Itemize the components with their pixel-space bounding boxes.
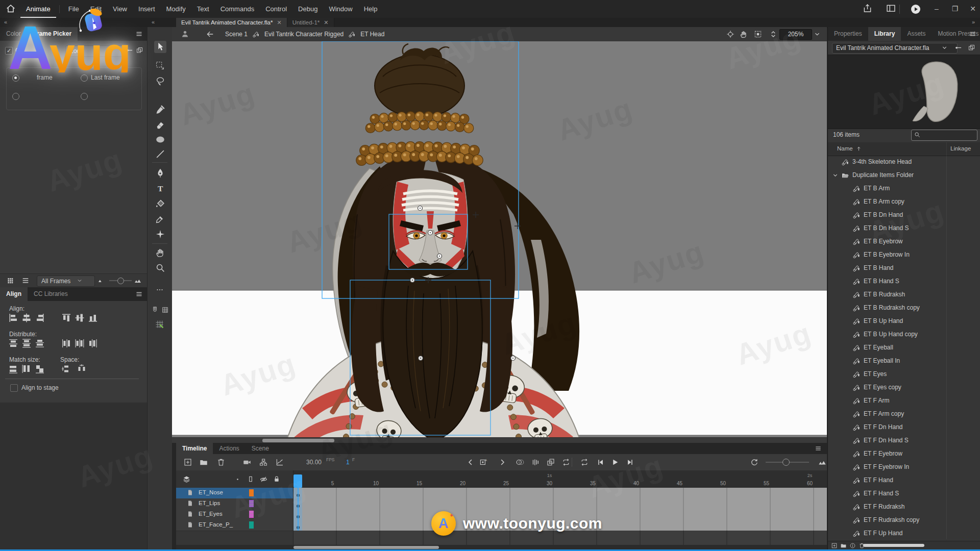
breadcrumb-item[interactable]: ET Head <box>360 31 384 38</box>
layer-parenting-button[interactable] <box>259 458 268 467</box>
first-frame-radio[interactable] <box>12 74 19 82</box>
library-item-row[interactable]: ET B Up Hand <box>828 315 980 328</box>
linkage-column-header[interactable]: Linkage <box>950 145 971 152</box>
fps-value[interactable]: 30.00 <box>306 459 322 466</box>
stage-viewport[interactable] <box>172 41 827 437</box>
step-forward-button[interactable] <box>626 458 635 467</box>
new-folder-button[interactable] <box>199 458 208 467</box>
hand-tool[interactable] <box>154 246 166 259</box>
document-tab[interactable]: Untitled-1*✕ <box>287 18 334 27</box>
last-frame-radio[interactable] <box>81 74 88 82</box>
paint-bucket-tool[interactable] <box>154 197 166 210</box>
library-item-row[interactable]: ET F Rudraksh copy <box>828 514 980 527</box>
sort-arrow-up-icon[interactable] <box>855 145 862 152</box>
rotation-tool-icon[interactable] <box>739 30 748 39</box>
delete-item-icon[interactable] <box>859 542 865 549</box>
onion-skin-button[interactable] <box>516 458 525 467</box>
library-item-row[interactable]: ET F Arm <box>828 394 980 408</box>
library-item-row[interactable]: ET B Rudraksh copy <box>828 302 980 315</box>
library-item-row[interactable]: ET F Dn Hand <box>828 421 980 434</box>
timeline-zoom-fit-button[interactable] <box>818 458 827 467</box>
loop-playback-button[interactable] <box>580 458 589 467</box>
oval-tool[interactable] <box>154 133 166 145</box>
new-library-panel-icon[interactable] <box>968 44 975 52</box>
align-top-button[interactable] <box>60 312 72 324</box>
playhead-marker[interactable] <box>293 474 302 488</box>
new-panel-icon[interactable] <box>136 46 143 54</box>
layer-color-chip[interactable] <box>249 521 254 529</box>
layer-highlight-dot-icon[interactable] <box>234 476 241 483</box>
thumbnail-large-icon[interactable] <box>134 277 142 285</box>
library-item-row[interactable]: ET B Hand S <box>828 275 980 288</box>
library-item-row[interactable]: ET F Eyebrow <box>828 447 980 461</box>
slider-knob[interactable] <box>117 278 124 284</box>
layer-frames-strip[interactable] <box>293 509 827 520</box>
align-bottom-button[interactable] <box>87 312 99 324</box>
back-arrow-icon[interactable] <box>206 30 215 39</box>
library-item-row[interactable]: ET B Arm copy <box>828 195 980 209</box>
collapse-toolbar-icon[interactable]: « <box>152 19 154 25</box>
snap-magnet-icon[interactable] <box>151 306 159 314</box>
minimize-button[interactable]: – <box>929 0 944 18</box>
tab-scene[interactable]: Scene <box>246 443 275 454</box>
play-button[interactable] <box>610 458 620 467</box>
layer-color-chip[interactable] <box>249 489 254 496</box>
scrollbar-thumb[interactable] <box>293 546 439 549</box>
text-tool[interactable]: T <box>154 182 166 194</box>
library-item-row[interactable]: ET B Up Hand copy <box>828 328 980 341</box>
zoom-level-input[interactable]: 205% <box>779 29 812 40</box>
visibility-column-icon[interactable] <box>259 475 268 484</box>
frames-filter-select[interactable]: All Frames <box>37 276 95 287</box>
layer-frames-strip[interactable] <box>293 520 827 531</box>
align-center-h-button[interactable] <box>20 312 33 324</box>
match-width-button[interactable] <box>7 363 19 375</box>
document-tab[interactable]: Evil Tantrik Animated Character.fla*✕ <box>176 18 287 27</box>
new-layer-button[interactable] <box>183 458 192 467</box>
layer-color-chip[interactable] <box>249 511 254 518</box>
space-horizontal-button[interactable] <box>76 363 88 375</box>
match-height-button[interactable] <box>20 363 33 375</box>
pin-icon[interactable] <box>126 46 133 54</box>
layer-frames-strip[interactable] <box>293 498 827 510</box>
free-transform-tool[interactable] <box>154 60 166 72</box>
tab-color[interactable]: Color <box>0 27 27 41</box>
zoom-chevron-icon[interactable] <box>814 31 821 38</box>
tab-align[interactable]: Align <box>0 287 28 301</box>
pin-library-icon[interactable] <box>954 44 962 52</box>
layer-row-et_eyes[interactable]: ET_Eyes <box>176 509 293 520</box>
center-stage-icon[interactable] <box>726 30 735 39</box>
current-frame-value[interactable]: 1 <box>346 459 350 466</box>
library-item-row[interactable]: ET F Up Hand <box>828 527 980 540</box>
library-item-row[interactable]: ET F Arm copy <box>828 408 980 421</box>
delete-layer-button[interactable] <box>216 458 226 467</box>
more-tools-icon[interactable] <box>155 285 164 294</box>
library-item-row[interactable]: ET B Dn Hand S <box>828 222 980 235</box>
asset-warp-tool[interactable] <box>154 228 166 240</box>
distribute-top-button[interactable] <box>7 337 19 349</box>
auto-keyframe-button[interactable]: A <box>479 458 488 467</box>
graph-editor-button[interactable] <box>275 458 284 467</box>
lasso-tool[interactable] <box>154 75 166 87</box>
edit-multiple-frames-button[interactable] <box>546 458 555 467</box>
create-keyframe-checkbox[interactable]: ✓ <box>5 47 13 55</box>
tab-library[interactable]: Library <box>868 27 901 41</box>
frame-option-radio-3[interactable] <box>12 93 19 100</box>
thumbnail-small-icon[interactable] <box>97 277 104 284</box>
align-right-button[interactable] <box>34 312 46 324</box>
distribute-center-button[interactable] <box>74 337 86 349</box>
timeline-zoom-slider-knob[interactable] <box>782 459 790 466</box>
line-tool[interactable] <box>154 148 166 160</box>
tab-actions[interactable]: Actions <box>213 443 245 454</box>
expand-chevron-icon[interactable] <box>832 172 839 179</box>
outline-column-icon[interactable] <box>247 475 255 483</box>
tab-frame-picker[interactable]: Frame Picker <box>27 27 78 41</box>
panel-menu-icon[interactable] <box>815 445 822 452</box>
restore-button[interactable]: ❐ <box>947 0 963 18</box>
layer-row-et_face_p_[interactable]: ET_Face_P_ <box>176 520 293 531</box>
library-item-row[interactable]: ET B Arm <box>828 182 980 195</box>
share-icon[interactable] <box>862 3 873 14</box>
new-folder-icon[interactable] <box>840 542 847 549</box>
scrollbar-thumb[interactable] <box>863 544 924 547</box>
match-both-button[interactable] <box>34 363 46 375</box>
breadcrumb-item[interactable]: Evil Tantrik Character Rigged <box>264 31 344 38</box>
